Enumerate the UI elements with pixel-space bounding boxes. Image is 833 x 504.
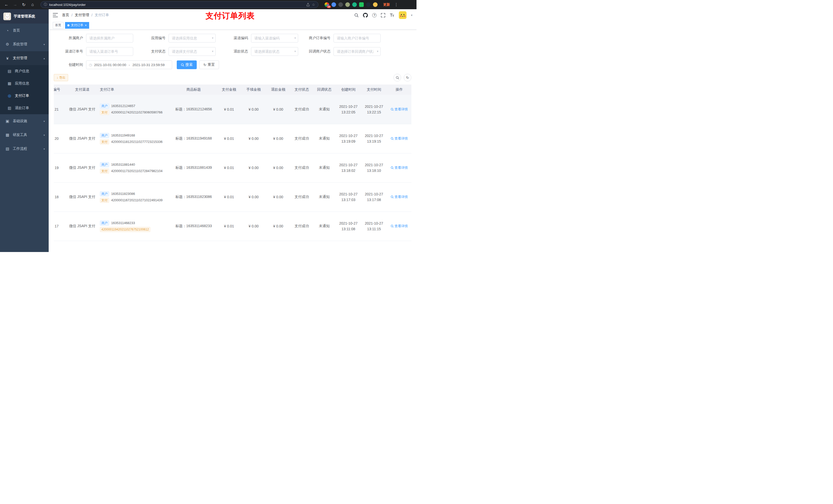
channel-order-no-input[interactable] bbox=[86, 47, 133, 56]
gear-icon: ⚙ bbox=[5, 42, 10, 47]
table-row[interactable]: 21 微信 JSAPI 支付 商户1635312124657 支付4200001… bbox=[54, 95, 411, 124]
pay-tag: 4200001194202110276752100612 bbox=[100, 227, 150, 232]
view-detail-link[interactable]: 查看详情 bbox=[390, 136, 408, 141]
merchant-input[interactable] bbox=[86, 34, 133, 43]
target-icon: ◎ bbox=[7, 94, 12, 98]
pay-status-select[interactable] bbox=[169, 47, 216, 56]
extension-icon-chat[interactable] bbox=[359, 2, 364, 7]
url-text[interactable]: localhost:1024/pay/order bbox=[49, 3, 304, 7]
col-actions: 操作 bbox=[387, 85, 411, 95]
cell-actions: 查看详情 bbox=[387, 95, 411, 124]
box-icon: ▧ bbox=[5, 146, 10, 151]
sidebar-item-refund-order[interactable]: ▥ 退款订单 bbox=[0, 102, 49, 114]
extension-icon-teal[interactable] bbox=[352, 2, 357, 7]
tag-pay-order[interactable]: 支付订单 × bbox=[65, 22, 89, 29]
view-detail-link[interactable]: 查看详情 bbox=[390, 224, 408, 229]
refund-status-select[interactable] bbox=[251, 47, 298, 56]
cell-id bbox=[54, 241, 66, 252]
forward-icon[interactable]: → bbox=[12, 1, 19, 8]
sidebar-toggle-icon[interactable] bbox=[53, 13, 58, 18]
sidebar-item-workflow[interactable]: ▧ 工作流程 ▾ bbox=[0, 142, 49, 156]
export-button[interactable]: ↓ 导出 bbox=[54, 74, 68, 81]
fullscreen-icon[interactable] bbox=[381, 13, 385, 18]
date-range-picker[interactable]: ◷ 2021-10-01 00:00:00 - 2021-10-31 23:59… bbox=[86, 61, 172, 69]
pay-tag: 支付 bbox=[100, 139, 109, 144]
reset-button[interactable]: ↻ 重置 bbox=[199, 61, 219, 69]
cell-refund-amount: ¥ 0.00 bbox=[266, 153, 290, 182]
col-create-time: 创建时间 bbox=[336, 85, 361, 95]
refresh-table-icon[interactable]: ↻ bbox=[404, 74, 411, 81]
github-icon[interactable] bbox=[363, 13, 368, 18]
orders-table: 编号 支付渠道 支付订单 商品标题 支付金额 手续金额 退款金额 支付状态 回调… bbox=[54, 85, 411, 252]
sidebar-item-label: 应用信息 bbox=[15, 81, 29, 86]
share-icon[interactable] bbox=[306, 3, 310, 7]
breadcrumb-separator: / bbox=[91, 13, 93, 17]
address-bar[interactable]: ⓘ localhost:1024/pay/order ☆ bbox=[41, 1, 318, 8]
cell-refund-amount: ¥ 0.00 bbox=[266, 124, 290, 153]
table-row[interactable]: 18 微信 JSAPI 支付 商户1635311823086 支付4200001… bbox=[54, 182, 411, 212]
sidebar-item-label: 工作流程 bbox=[13, 146, 27, 151]
sidebar-item-label: 退款订单 bbox=[15, 106, 29, 111]
sidebar-item-home[interactable]: ◔ 首页 bbox=[0, 24, 49, 38]
grid-icon: ▦ bbox=[7, 81, 12, 86]
extension-icon-drop[interactable] bbox=[331, 2, 336, 7]
merchant-order-no-input[interactable] bbox=[334, 34, 381, 43]
search-button[interactable]: 搜索 bbox=[177, 61, 197, 69]
view-detail-link[interactable]: 查看详情 bbox=[390, 107, 408, 112]
extension-icon-emoji[interactable] bbox=[373, 2, 378, 7]
font-size-icon[interactable] bbox=[389, 13, 395, 17]
app-logo[interactable]: 芋道管理系统 bbox=[0, 9, 49, 24]
cell-title: 标题：1635311823086 bbox=[171, 182, 217, 212]
app-id-select[interactable] bbox=[169, 34, 216, 43]
sidebar-item-label: 研发工具 bbox=[13, 133, 27, 137]
sidebar-item-merchant-info[interactable]: ▤ 商户信息 bbox=[0, 65, 49, 77]
sidebar-item-app-info[interactable]: ▦ 应用信息 bbox=[0, 77, 49, 90]
view-detail-link[interactable]: 查看详情 bbox=[390, 165, 408, 170]
filter-label: 回调商户状态 bbox=[301, 49, 334, 54]
sidebar-item-infrastructure[interactable]: ▣ 基础设施 ▾ bbox=[0, 114, 49, 128]
channel-code-select[interactable] bbox=[251, 34, 298, 43]
home-icon[interactable]: ⌂ bbox=[29, 1, 36, 8]
table-row[interactable]: 17 微信 JSAPI 支付 商户1635311468233 420000119… bbox=[54, 212, 411, 241]
document-icon: ▥ bbox=[7, 106, 12, 111]
table-row[interactable]: 19 微信 JSAPI 支付 商户1635311881440 支付4200001… bbox=[54, 153, 411, 182]
table-row-partial[interactable]: 商户163531185786 bbox=[54, 241, 411, 252]
extension-icon-sage[interactable] bbox=[345, 2, 350, 7]
sidebar-item-dev-tools[interactable]: ▩ 研发工具 ▾ bbox=[0, 128, 49, 142]
pay-order-no: 4200001174202110278060590766 bbox=[111, 110, 163, 115]
tag-home[interactable]: 首页 bbox=[53, 22, 64, 29]
notify-status-select[interactable] bbox=[334, 47, 381, 56]
table-row[interactable]: 20 微信 JSAPI 支付 商户1635311949168 支付4200001… bbox=[54, 124, 411, 153]
avatar-caret-icon[interactable]: ▾ bbox=[411, 14, 412, 17]
reload-icon[interactable]: ↻ bbox=[21, 1, 27, 8]
breadcrumb-payment[interactable]: 支付管理 bbox=[75, 13, 89, 18]
view-detail-link[interactable]: 查看详情 bbox=[390, 195, 408, 199]
sidebar-item-system[interactable]: ⚙ 系统管理 ▾ bbox=[0, 38, 49, 51]
extension-icon-colorful[interactable]: 10 bbox=[325, 2, 329, 7]
browser-menu-icon[interactable]: ⋮ bbox=[394, 2, 399, 7]
pay-tag: 支付 bbox=[100, 198, 109, 203]
cell-notify-status: 未通知 bbox=[313, 212, 336, 241]
extension-icon-pin[interactable] bbox=[366, 2, 371, 7]
col-title: 商品标题 bbox=[171, 85, 217, 95]
bookmark-star-icon[interactable]: ☆ bbox=[312, 3, 315, 7]
cell-create-time: 2021-10-2713:19:09 bbox=[336, 124, 361, 153]
cell-create-time: 2021-10-2713:18:02 bbox=[336, 153, 361, 182]
sidebar-item-pay-order[interactable]: ◎ 支付订单 bbox=[0, 90, 49, 102]
breadcrumb-separator: / bbox=[71, 13, 72, 17]
sidebar-item-payment[interactable]: ¥ 支付管理 ▴ bbox=[0, 51, 49, 65]
search-icon[interactable] bbox=[354, 13, 359, 18]
extension-icon-dark[interactable] bbox=[338, 2, 343, 7]
back-icon[interactable]: ← bbox=[3, 1, 10, 8]
close-icon[interactable]: × bbox=[85, 24, 87, 27]
help-icon[interactable]: ? bbox=[372, 13, 377, 18]
toggle-search-icon[interactable] bbox=[394, 74, 401, 81]
browser-update-button[interactable]: 更新 bbox=[381, 2, 392, 7]
breadcrumb-home[interactable]: 首页 bbox=[62, 13, 69, 18]
avatar[interactable] bbox=[399, 11, 406, 19]
filter-channel-code: 渠道编码 ▾ bbox=[219, 34, 301, 43]
cell-pay-time: 2021-10-2713:18:10 bbox=[361, 153, 387, 182]
cell-fee-amount: ¥ 0.00 bbox=[241, 124, 266, 153]
site-info-icon[interactable]: ⓘ bbox=[44, 2, 47, 7]
cell-actions: 查看详情 bbox=[387, 153, 411, 182]
